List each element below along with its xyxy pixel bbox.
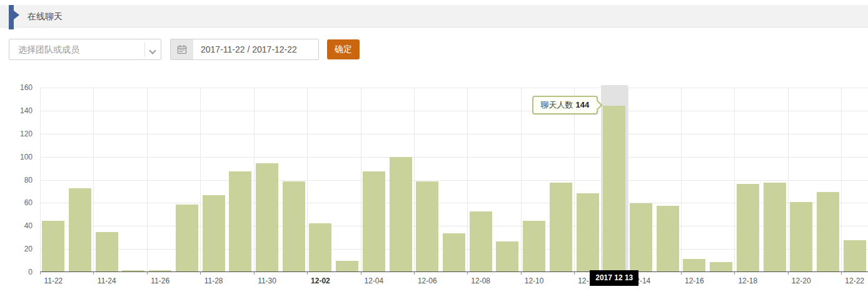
y-axis-tick-label: 160 xyxy=(0,83,33,92)
online-chat-panel: 在线聊天 选择团队或成员 确定 020406080100120140160 xyxy=(0,0,868,294)
chart-bar[interactable] xyxy=(390,157,412,271)
chart-bar[interactable] xyxy=(550,183,572,271)
y-axis-labels: 020406080100120140160 xyxy=(0,88,35,272)
chart-bar[interactable] xyxy=(443,233,465,271)
tooltip-value: 144 xyxy=(576,100,590,109)
x-axis-tick-label: 12-02 xyxy=(311,276,330,285)
chart-bar[interactable] xyxy=(363,171,385,271)
x-axis-tick-label: 12-06 xyxy=(418,276,437,285)
x-axis-tick-label: 12-16 xyxy=(685,276,704,285)
accent-triangle-icon xyxy=(14,11,19,19)
x-axis-tick-label: 11-28 xyxy=(204,276,223,285)
x-axis-tick xyxy=(574,271,575,275)
chart-bar[interactable] xyxy=(122,270,144,271)
x-axis-tick xyxy=(788,271,789,275)
chevron-down-icon xyxy=(149,47,156,54)
y-axis-tick-label: 120 xyxy=(0,129,33,138)
chart-bar[interactable] xyxy=(790,202,812,271)
h-gridline xyxy=(40,180,868,181)
chart-bar[interactable] xyxy=(630,203,652,271)
chart-bar[interactable] xyxy=(710,262,732,271)
chart-bar[interactable] xyxy=(96,232,118,271)
x-axis-tick xyxy=(307,271,308,275)
calendar-icon-button[interactable] xyxy=(171,39,193,59)
chart-bar[interactable] xyxy=(737,184,759,271)
v-gridline xyxy=(628,88,628,271)
x-axis-tick xyxy=(414,271,415,275)
chart-bar[interactable] xyxy=(683,259,705,271)
chart-bar[interactable] xyxy=(203,195,225,271)
v-gridline xyxy=(361,88,361,271)
x-axis-tick-label: 12-10 xyxy=(525,276,544,285)
v-gridline xyxy=(93,88,94,271)
h-gridline xyxy=(40,134,868,134)
date-range-widget xyxy=(170,39,319,60)
chart-bar[interactable] xyxy=(176,205,198,271)
chart-bar[interactable] xyxy=(603,106,625,272)
y-axis-tick-label: 20 xyxy=(0,245,33,253)
select-arrow-zone[interactable] xyxy=(144,42,161,57)
y-axis-tick-label: 60 xyxy=(0,198,33,207)
chart-bar[interactable] xyxy=(817,192,839,271)
x-axis-tick-label: 11-24 xyxy=(98,276,116,285)
chart-bar[interactable] xyxy=(149,270,171,271)
tooltip-series-label: 聊天人数 xyxy=(541,100,573,109)
chart-bar[interactable] xyxy=(256,163,278,271)
v-gridline xyxy=(841,88,842,271)
x-axis-tick-label: 12-08 xyxy=(471,276,490,285)
chart-bar[interactable] xyxy=(42,221,64,271)
x-axis-tick xyxy=(93,271,94,275)
calendar-icon xyxy=(177,44,187,54)
crosshair-date-label: 2017 12 13 xyxy=(590,270,638,286)
confirm-button[interactable]: 确定 xyxy=(327,39,360,59)
x-axis-tick-label: 11-26 xyxy=(151,276,169,285)
panel-header xyxy=(0,5,868,28)
v-gridline xyxy=(200,88,201,271)
chart-bar[interactable] xyxy=(470,211,492,271)
y-axis-tick-label: 0 xyxy=(0,268,33,276)
date-range-input[interactable] xyxy=(193,39,317,59)
x-axis-tick-label: 12-22 xyxy=(845,276,864,285)
v-gridline xyxy=(414,88,415,271)
x-axis-tick xyxy=(467,271,468,275)
x-axis-tick xyxy=(147,271,148,275)
team-member-select[interactable]: 选择团队或成员 xyxy=(9,39,161,60)
chart-bar[interactable] xyxy=(844,240,866,271)
x-axis-tick xyxy=(40,271,41,275)
team-member-select-placeholder: 选择团队或成员 xyxy=(18,39,79,59)
v-gridline xyxy=(734,88,735,271)
v-gridline xyxy=(40,88,41,271)
bar-chart-plot-area: 聊天人数144 2017 12 13 11-2211-2411-2611-281… xyxy=(40,88,868,272)
x-axis-tick-label: 12-18 xyxy=(738,276,757,285)
chart-bar[interactable] xyxy=(309,223,331,271)
v-gridline xyxy=(574,88,575,271)
chart-bar[interactable] xyxy=(283,181,305,271)
chart-bar[interactable] xyxy=(336,261,358,271)
x-axis-tick xyxy=(361,271,361,275)
x-axis-tick xyxy=(254,271,255,275)
chart-bar[interactable] xyxy=(764,183,786,271)
v-gridline xyxy=(467,88,468,271)
chart-bar[interactable] xyxy=(496,241,518,271)
chart-bar[interactable] xyxy=(416,181,438,271)
y-axis-tick-label: 100 xyxy=(0,153,33,161)
y-axis-tick-label: 140 xyxy=(0,106,33,115)
x-axis-tick-label: 11-22 xyxy=(44,276,63,285)
h-gridline xyxy=(40,111,868,111)
h-gridline xyxy=(40,157,868,158)
v-gridline xyxy=(307,88,308,271)
v-gridline xyxy=(521,88,522,271)
x-axis-tick-label: 12-04 xyxy=(365,276,384,285)
chart-bar[interactable] xyxy=(229,171,251,271)
v-gridline xyxy=(681,88,682,271)
chart-bar[interactable] xyxy=(523,221,545,271)
chart-bar[interactable] xyxy=(69,188,91,271)
title-accent-flag-icon xyxy=(9,5,14,29)
h-gridline xyxy=(40,88,868,88)
y-axis-tick-label: 80 xyxy=(0,176,33,185)
x-axis-tick xyxy=(734,271,735,275)
chart-bar[interactable] xyxy=(657,206,679,271)
x-axis-tick-label: 12-20 xyxy=(792,276,811,285)
chart-bar[interactable] xyxy=(577,193,599,271)
v-gridline xyxy=(788,88,789,271)
